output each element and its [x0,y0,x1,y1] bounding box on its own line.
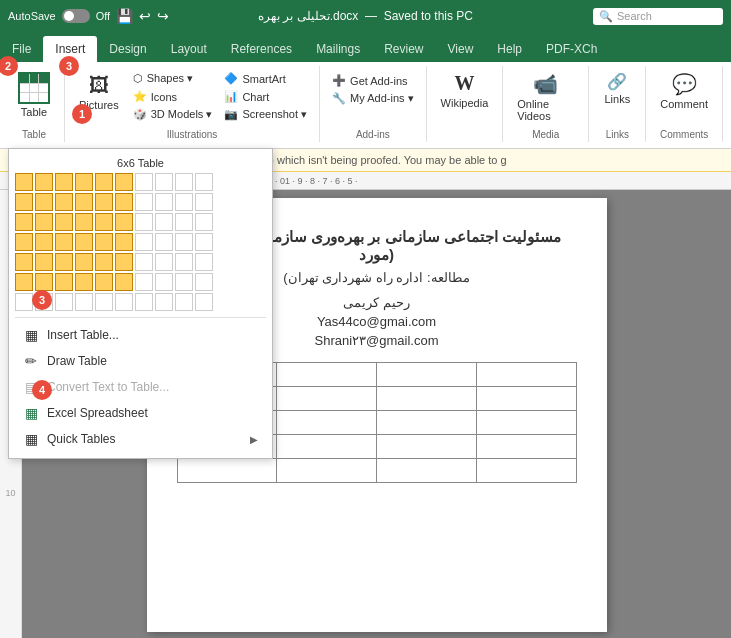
grid-cell[interactable] [155,293,173,311]
tab-review[interactable]: Review [372,36,435,62]
grid-cell[interactable] [75,253,93,271]
grid-cell[interactable] [95,193,113,211]
tab-view[interactable]: View [436,36,486,62]
grid-cell[interactable] [75,273,93,291]
grid-cell[interactable] [115,173,133,191]
table-button[interactable]: Table [12,68,56,122]
screenshot-button[interactable]: 📷 Screenshot ▾ [220,106,311,123]
chart-button[interactable]: 📊 Chart [220,88,311,105]
grid-cell[interactable] [175,253,193,271]
grid-cell[interactable] [155,173,173,191]
insert-table-item[interactable]: ▦ Insert Table... [15,322,266,348]
grid-cell[interactable] [35,173,53,191]
3dmodels-button[interactable]: 🎲 3D Models ▾ [129,106,217,123]
grid-cell[interactable] [175,273,193,291]
grid-cell[interactable] [195,253,213,271]
grid-cell[interactable] [115,213,133,231]
grid-cell[interactable] [55,193,73,211]
grid-cell[interactable] [55,173,73,191]
tab-design[interactable]: Design [97,36,158,62]
grid-cell[interactable] [135,293,153,311]
grid-cell[interactable] [55,253,73,271]
grid-cell[interactable] [55,233,73,251]
grid-cell[interactable] [35,273,53,291]
search-box[interactable]: 🔍 Search [593,8,723,25]
smartart-button[interactable]: 🔷 SmartArt [220,70,311,87]
autosave-toggle[interactable] [62,9,90,23]
grid-cell[interactable] [115,293,133,311]
grid-cell[interactable] [195,233,213,251]
grid-cell[interactable] [135,193,153,211]
excel-spreadsheet-item[interactable]: ▦ Excel Spreadsheet [15,400,266,426]
grid-cell[interactable] [95,273,113,291]
wikipedia-button[interactable]: W Wikipedia [435,68,495,113]
grid-cell[interactable] [155,213,173,231]
grid-cell[interactable] [15,273,33,291]
grid-cell[interactable] [15,233,33,251]
grid-cell[interactable] [175,233,193,251]
undo-icon[interactable]: ↩ [139,8,151,24]
grid-cell[interactable] [15,193,33,211]
redo-icon[interactable]: ↪ [157,8,169,24]
grid-cell[interactable] [95,293,113,311]
grid-cell[interactable] [175,193,193,211]
grid-cell[interactable] [135,253,153,271]
grid-cell[interactable] [135,273,153,291]
grid-cell[interactable] [15,293,33,311]
grid-cell[interactable] [75,293,93,311]
table-grid-picker[interactable] [15,173,266,311]
grid-cell[interactable] [75,173,93,191]
tab-references[interactable]: References [219,36,304,62]
comment-button[interactable]: 💬 Comment [654,68,714,114]
grid-cell[interactable] [55,293,73,311]
grid-cell[interactable] [195,173,213,191]
tab-help[interactable]: Help [485,36,534,62]
grid-cell[interactable] [95,253,113,271]
grid-cell[interactable] [155,193,173,211]
online-videos-button[interactable]: 📹 Online Videos [511,68,580,126]
grid-cell[interactable] [15,173,33,191]
grid-cell[interactable] [15,253,33,271]
grid-cell[interactable] [155,273,173,291]
grid-cell[interactable] [35,253,53,271]
get-addins-button[interactable]: ➕ Get Add-ins [328,72,417,89]
grid-cell[interactable] [55,213,73,231]
grid-cell[interactable] [95,213,113,231]
grid-cell[interactable] [115,193,133,211]
grid-cell[interactable] [35,193,53,211]
quick-tables-item[interactable]: ▦ Quick Tables ▶ [15,426,266,452]
shapes-button[interactable]: ⬡ Shapes ▾ [129,70,217,87]
grid-cell[interactable] [195,213,213,231]
icons-button[interactable]: ⭐ Icons [129,88,217,105]
grid-cell[interactable] [35,233,53,251]
grid-cell[interactable] [175,213,193,231]
tab-pdf[interactable]: PDF-XCh [534,36,609,62]
grid-cell[interactable] [15,213,33,231]
grid-cell[interactable] [75,193,93,211]
links-button[interactable]: 🔗 Links [597,68,637,109]
grid-cell[interactable] [195,273,213,291]
grid-cell[interactable] [75,233,93,251]
save-icon[interactable]: 💾 [116,8,133,24]
grid-cell[interactable] [135,233,153,251]
grid-cell[interactable] [95,173,113,191]
grid-cell[interactable] [135,213,153,231]
grid-cell[interactable] [115,233,133,251]
grid-cell[interactable] [155,233,173,251]
grid-cell[interactable] [175,293,193,311]
tab-layout[interactable]: Layout [159,36,219,62]
grid-cell[interactable] [195,293,213,311]
grid-cell[interactable] [115,253,133,271]
grid-cell[interactable] [55,273,73,291]
grid-cell[interactable] [155,253,173,271]
tab-mailings[interactable]: Mailings [304,36,372,62]
draw-table-item[interactable]: ✏ Draw Table [15,348,266,374]
grid-cell[interactable] [35,213,53,231]
grid-cell[interactable] [135,173,153,191]
my-addins-button[interactable]: 🔧 My Add-ins ▾ [328,90,417,107]
grid-cell[interactable] [175,173,193,191]
grid-cell[interactable] [95,233,113,251]
grid-cell[interactable] [195,193,213,211]
grid-cell[interactable] [75,213,93,231]
grid-cell[interactable] [115,273,133,291]
